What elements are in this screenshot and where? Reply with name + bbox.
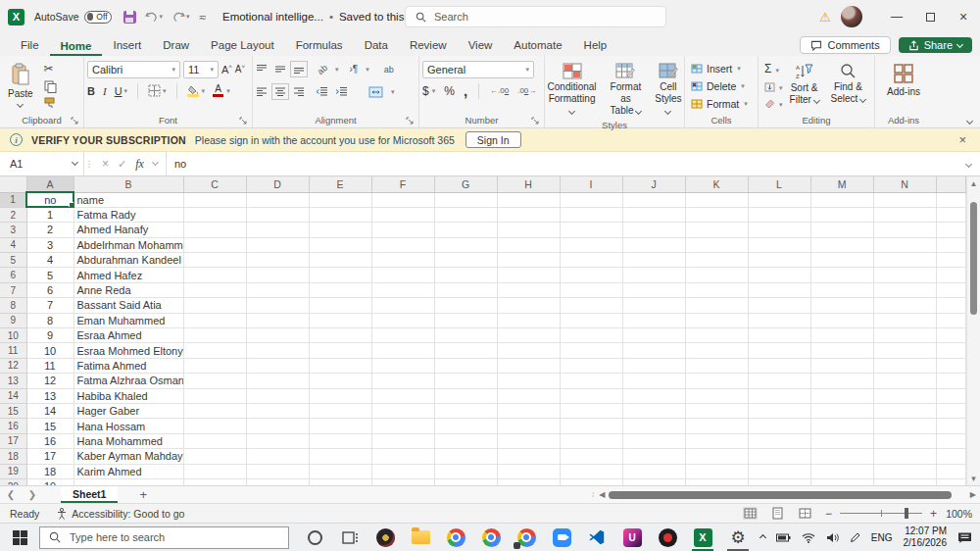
autosave-toggle[interactable]: Off	[84, 11, 112, 24]
scroll-up-icon[interactable]: ▲	[970, 176, 978, 190]
cell-E3[interactable]	[309, 223, 371, 237]
cell-K10[interactable]	[685, 328, 748, 343]
scroll-down-icon[interactable]: ▼	[970, 472, 978, 485]
chrome-button-3[interactable]	[509, 524, 544, 551]
worksheet-grid[interactable]: ABCDEFGHIJKLMN 1noname21Fatma Rady32Ahme…	[0, 176, 980, 485]
cell-C7[interactable]	[183, 282, 246, 297]
cell-B5[interactable]: Abdurahman Kandeel	[74, 253, 183, 268]
cell-B4[interactable]: Abdelrhman Mohammed	[74, 237, 183, 252]
sheet-nav-right-icon[interactable]: ❯	[22, 489, 43, 500]
cell-C6[interactable]	[183, 268, 246, 282]
cell-A10[interactable]: 9	[26, 328, 74, 343]
row-header-6[interactable]: 6	[0, 268, 26, 282]
cell-H13[interactable]	[497, 374, 560, 388]
cell-B13[interactable]: Fatma Alzhraa Osman	[74, 374, 183, 388]
language-indicator[interactable]: ENG	[871, 532, 893, 543]
cell-A15[interactable]: 14	[26, 403, 74, 418]
cell-A18[interactable]: 17	[26, 449, 74, 464]
cell-J16[interactable]	[622, 419, 685, 433]
cell-H11[interactable]	[497, 343, 560, 358]
cell-D2[interactable]	[246, 207, 309, 222]
cell-D9[interactable]	[246, 313, 309, 327]
column-header-D[interactable]: D	[246, 176, 309, 192]
cell-J7[interactable]	[622, 282, 685, 297]
cell-I10[interactable]	[560, 328, 622, 343]
cell-K3[interactable]	[685, 223, 748, 237]
settings-button[interactable]: ⚙	[720, 524, 756, 551]
cell-L2[interactable]	[748, 207, 810, 222]
cell-partial-11[interactable]	[936, 343, 966, 358]
cell-F3[interactable]	[371, 223, 434, 237]
cell-M4[interactable]	[810, 237, 873, 252]
decrease-indent-button[interactable]	[316, 86, 328, 97]
cell-C12[interactable]	[183, 358, 246, 373]
currency-button[interactable]: $	[422, 84, 429, 98]
cell-D10[interactable]	[246, 328, 309, 343]
cell-N3[interactable]	[873, 223, 936, 237]
column-header-N[interactable]: N	[873, 176, 936, 192]
column-header-M[interactable]: M	[810, 176, 873, 192]
cell-B8[interactable]: Bassant Said Atia	[74, 298, 183, 313]
cell-C13[interactable]	[183, 374, 246, 388]
cell-C18[interactable]	[183, 449, 246, 464]
cell-partial-16[interactable]	[936, 419, 966, 433]
cell-B18[interactable]: Kaber Ayman Mahday	[74, 449, 183, 464]
cell-B19[interactable]: Karim Ahmed	[74, 464, 183, 478]
cell-H18[interactable]	[497, 449, 560, 464]
cell-N14[interactable]	[873, 388, 936, 403]
cell-E7[interactable]	[309, 282, 371, 297]
zoom-in-button[interactable]: +	[930, 507, 937, 521]
cell-C16[interactable]	[183, 419, 246, 433]
cell-N10[interactable]	[873, 328, 936, 343]
cell-I5[interactable]	[560, 253, 622, 268]
cell-J13[interactable]	[622, 374, 685, 388]
cell-K20[interactable]	[685, 478, 748, 485]
cell-partial-14[interactable]	[936, 388, 966, 403]
undo-button[interactable]: ▾	[145, 11, 164, 23]
cell-K15[interactable]	[685, 403, 748, 418]
new-sheet-button[interactable]: +	[139, 487, 147, 502]
cell-G12[interactable]	[434, 358, 497, 373]
cell-C4[interactable]	[183, 237, 246, 252]
font-color-button[interactable]: A	[213, 84, 223, 97]
cell-L14[interactable]	[748, 388, 810, 403]
cell-M12[interactable]	[810, 358, 873, 373]
cell-F13[interactable]	[371, 374, 434, 388]
cell-F5[interactable]	[371, 253, 434, 268]
cell-H14[interactable]	[497, 388, 560, 403]
row-header-14[interactable]: 14	[0, 388, 26, 403]
cell-H12[interactable]	[497, 358, 560, 373]
row-header-13[interactable]: 13	[0, 374, 26, 388]
cell-N17[interactable]	[873, 433, 936, 448]
cell-D4[interactable]	[246, 237, 309, 252]
cell-D5[interactable]	[246, 253, 309, 268]
zoom-level[interactable]: 100%	[945, 508, 972, 520]
insert-cells-button[interactable]: Insert▾	[691, 60, 741, 76]
scrollbar-splitter[interactable]: ⁞	[592, 490, 595, 499]
message-bar-close-icon[interactable]: ×	[955, 132, 970, 147]
volume-icon[interactable]	[826, 532, 839, 543]
cell-H1[interactable]	[497, 192, 560, 207]
cell-H15[interactable]	[497, 403, 560, 418]
column-header-E[interactable]: E	[309, 176, 371, 192]
cell-C17[interactable]	[183, 433, 246, 448]
cell-F9[interactable]	[371, 313, 434, 327]
cell-N8[interactable]	[873, 298, 936, 313]
cell-E5[interactable]	[309, 253, 371, 268]
cell-C1[interactable]	[183, 192, 246, 207]
cell-L8[interactable]	[748, 298, 810, 313]
row-header-1[interactable]: 1	[0, 192, 26, 207]
cell-A6[interactable]: 5	[26, 268, 74, 282]
cell-B7[interactable]: Anne Reda	[74, 282, 183, 297]
cell-M10[interactable]	[810, 328, 873, 343]
cell-E19[interactable]	[309, 464, 371, 478]
cell-E9[interactable]	[309, 313, 371, 327]
cell-G2[interactable]	[434, 207, 497, 222]
cell-K4[interactable]	[685, 237, 748, 252]
cell-B11[interactable]: Esraa Mohmed Eltony	[74, 343, 183, 358]
cell-H7[interactable]	[497, 282, 560, 297]
cell-J5[interactable]	[622, 253, 685, 268]
cell-M5[interactable]	[810, 253, 873, 268]
cell-I18[interactable]	[560, 449, 622, 464]
cell-B2[interactable]: Fatma Rady	[74, 207, 183, 222]
